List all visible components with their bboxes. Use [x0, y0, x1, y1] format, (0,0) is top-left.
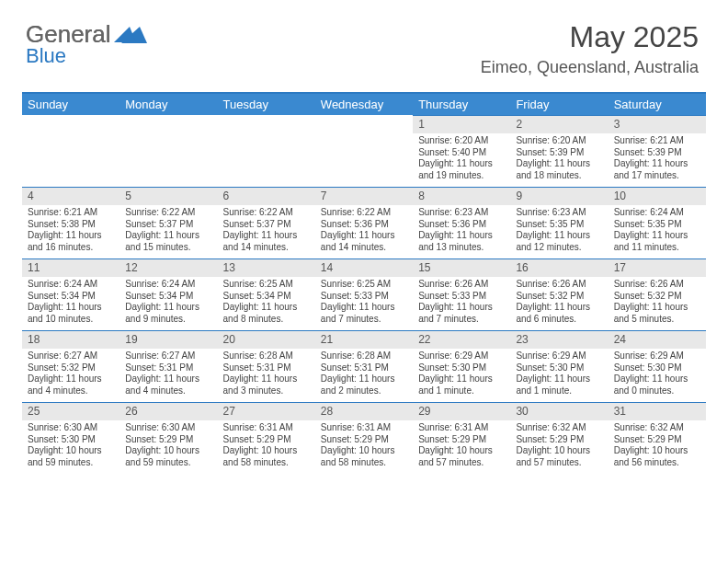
calendar-cell: 29Sunrise: 6:31 AMSunset: 5:29 PMDayligh… [413, 402, 510, 474]
day-details: Sunrise: 6:32 AMSunset: 5:29 PMDaylight:… [510, 420, 608, 474]
day-number: 5 [119, 187, 217, 205]
calendar-cell [119, 115, 217, 187]
calendar-table: SundayMondayTuesdayWednesdayThursdayFrid… [22, 92, 706, 474]
calendar-cell: 24Sunrise: 6:29 AMSunset: 5:30 PMDayligh… [609, 330, 706, 402]
day-number: 19 [119, 330, 217, 349]
day-number: 17 [609, 259, 706, 277]
day-details: Sunrise: 6:27 AMSunset: 5:31 PMDaylight:… [119, 349, 217, 402]
calendar-cell: 20Sunrise: 6:28 AMSunset: 5:31 PMDayligh… [218, 330, 315, 402]
day-number: 6 [218, 187, 315, 205]
dow-header: Monday [119, 93, 217, 115]
day-details: Sunrise: 6:26 AMSunset: 5:32 PMDaylight:… [510, 277, 608, 330]
dow-header: Sunday [22, 93, 119, 115]
day-number: 13 [218, 259, 315, 277]
day-number: 14 [315, 259, 413, 277]
calendar-cell: 21Sunrise: 6:28 AMSunset: 5:31 PMDayligh… [315, 330, 413, 402]
dow-header: Saturday [609, 93, 706, 115]
calendar-cell: 4Sunrise: 6:21 AMSunset: 5:38 PMDaylight… [22, 187, 119, 259]
day-details: Sunrise: 6:23 AMSunset: 5:35 PMDaylight:… [510, 205, 608, 259]
calendar-cell: 17Sunrise: 6:26 AMSunset: 5:32 PMDayligh… [609, 259, 706, 330]
day-number: 11 [22, 259, 119, 277]
day-details: Sunrise: 6:26 AMSunset: 5:32 PMDaylight:… [609, 277, 706, 330]
day-number: 25 [22, 402, 119, 420]
day-details: Sunrise: 6:31 AMSunset: 5:29 PMDaylight:… [218, 420, 315, 474]
calendar-cell: 12Sunrise: 6:24 AMSunset: 5:34 PMDayligh… [119, 259, 217, 330]
calendar-location: Eimeo, Queensland, Australia [481, 58, 699, 77]
calendar-cell: 2Sunrise: 6:20 AMSunset: 5:39 PMDaylight… [510, 115, 608, 187]
calendar-cell: 19Sunrise: 6:27 AMSunset: 5:31 PMDayligh… [119, 330, 217, 402]
day-number: 26 [119, 402, 217, 420]
day-number: 18 [22, 330, 119, 349]
calendar-title: May 2025 [481, 20, 699, 54]
calendar-cell: 10Sunrise: 6:24 AMSunset: 5:35 PMDayligh… [609, 187, 706, 259]
day-number: 15 [413, 259, 510, 277]
brand-word-2: Blue [26, 44, 66, 68]
sail-icon [114, 26, 138, 44]
day-details: Sunrise: 6:22 AMSunset: 5:36 PMDaylight:… [315, 205, 413, 259]
day-details: Sunrise: 6:26 AMSunset: 5:33 PMDaylight:… [413, 277, 510, 330]
calendar-cell: 11Sunrise: 6:24 AMSunset: 5:34 PMDayligh… [22, 259, 119, 330]
day-number: 1 [413, 115, 510, 133]
calendar-cell: 8Sunrise: 6:23 AMSunset: 5:36 PMDaylight… [413, 187, 510, 259]
calendar-cell: 14Sunrise: 6:25 AMSunset: 5:33 PMDayligh… [315, 259, 413, 330]
day-number: 16 [510, 259, 608, 277]
calendar-cell: 3Sunrise: 6:21 AMSunset: 5:39 PMDaylight… [609, 115, 706, 187]
calendar-cell: 5Sunrise: 6:22 AMSunset: 5:37 PMDaylight… [119, 187, 217, 259]
calendar-cell: 30Sunrise: 6:32 AMSunset: 5:29 PMDayligh… [510, 402, 608, 474]
calendar-grid: SundayMondayTuesdayWednesdayThursdayFrid… [22, 92, 706, 474]
calendar-cell: 23Sunrise: 6:29 AMSunset: 5:30 PMDayligh… [510, 330, 608, 402]
day-details: Sunrise: 6:20 AMSunset: 5:40 PMDaylight:… [413, 133, 510, 187]
day-details: Sunrise: 6:24 AMSunset: 5:34 PMDaylight:… [22, 277, 119, 330]
day-details: Sunrise: 6:22 AMSunset: 5:37 PMDaylight:… [218, 205, 315, 259]
day-details: Sunrise: 6:21 AMSunset: 5:39 PMDaylight:… [609, 133, 706, 187]
day-details: Sunrise: 6:29 AMSunset: 5:30 PMDaylight:… [609, 349, 706, 402]
dow-header: Friday [510, 93, 608, 115]
calendar-cell: 16Sunrise: 6:26 AMSunset: 5:32 PMDayligh… [510, 259, 608, 330]
day-details: Sunrise: 6:31 AMSunset: 5:29 PMDaylight:… [413, 420, 510, 474]
dow-header: Wednesday [315, 93, 413, 115]
day-details: Sunrise: 6:22 AMSunset: 5:37 PMDaylight:… [119, 205, 217, 259]
day-details: Sunrise: 6:21 AMSunset: 5:38 PMDaylight:… [22, 205, 119, 259]
calendar-cell: 9Sunrise: 6:23 AMSunset: 5:35 PMDaylight… [510, 187, 608, 259]
day-details: Sunrise: 6:20 AMSunset: 5:39 PMDaylight:… [510, 133, 608, 187]
calendar-cell: 27Sunrise: 6:31 AMSunset: 5:29 PMDayligh… [218, 402, 315, 474]
calendar-cell: 18Sunrise: 6:27 AMSunset: 5:32 PMDayligh… [22, 330, 119, 402]
day-number: 22 [413, 330, 510, 349]
calendar-cell: 1Sunrise: 6:20 AMSunset: 5:40 PMDaylight… [413, 115, 510, 187]
day-number: 9 [510, 187, 608, 205]
day-details: Sunrise: 6:23 AMSunset: 5:36 PMDaylight:… [413, 205, 510, 259]
calendar-cell [315, 115, 413, 187]
calendar-cell: 28Sunrise: 6:31 AMSunset: 5:29 PMDayligh… [315, 402, 413, 474]
day-details: Sunrise: 6:29 AMSunset: 5:30 PMDaylight:… [510, 349, 608, 402]
calendar-cell: 6Sunrise: 6:22 AMSunset: 5:37 PMDaylight… [218, 187, 315, 259]
calendar-cell [22, 115, 119, 187]
day-number: 31 [609, 402, 706, 420]
day-number: 21 [315, 330, 413, 349]
day-number: 8 [413, 187, 510, 205]
day-details: Sunrise: 6:30 AMSunset: 5:29 PMDaylight:… [119, 420, 217, 474]
day-details: Sunrise: 6:25 AMSunset: 5:33 PMDaylight:… [315, 277, 413, 330]
day-details: Sunrise: 6:28 AMSunset: 5:31 PMDaylight:… [315, 349, 413, 402]
svg-marker-1 [114, 27, 136, 42]
calendar-cell [218, 115, 315, 187]
day-details: Sunrise: 6:27 AMSunset: 5:32 PMDaylight:… [22, 349, 119, 402]
dow-header: Tuesday [218, 93, 315, 115]
day-number: 28 [315, 402, 413, 420]
day-number: 24 [609, 330, 706, 349]
day-number: 3 [609, 115, 706, 133]
calendar-cell: 7Sunrise: 6:22 AMSunset: 5:36 PMDaylight… [315, 187, 413, 259]
day-details: Sunrise: 6:28 AMSunset: 5:31 PMDaylight:… [218, 349, 315, 402]
day-details: Sunrise: 6:25 AMSunset: 5:34 PMDaylight:… [218, 277, 315, 330]
day-number: 23 [510, 330, 608, 349]
day-details: Sunrise: 6:29 AMSunset: 5:30 PMDaylight:… [413, 349, 510, 402]
day-number: 29 [413, 402, 510, 420]
page-header: May 2025 Eimeo, Queensland, Australia [481, 20, 699, 77]
day-details: Sunrise: 6:24 AMSunset: 5:34 PMDaylight:… [119, 277, 217, 330]
day-number: 30 [510, 402, 608, 420]
calendar-cell: 22Sunrise: 6:29 AMSunset: 5:30 PMDayligh… [413, 330, 510, 402]
calendar-cell: 31Sunrise: 6:32 AMSunset: 5:29 PMDayligh… [609, 402, 706, 474]
calendar-cell: 15Sunrise: 6:26 AMSunset: 5:33 PMDayligh… [413, 259, 510, 330]
day-details: Sunrise: 6:31 AMSunset: 5:29 PMDaylight:… [315, 420, 413, 474]
calendar-cell: 13Sunrise: 6:25 AMSunset: 5:34 PMDayligh… [218, 259, 315, 330]
day-number: 2 [510, 115, 608, 133]
